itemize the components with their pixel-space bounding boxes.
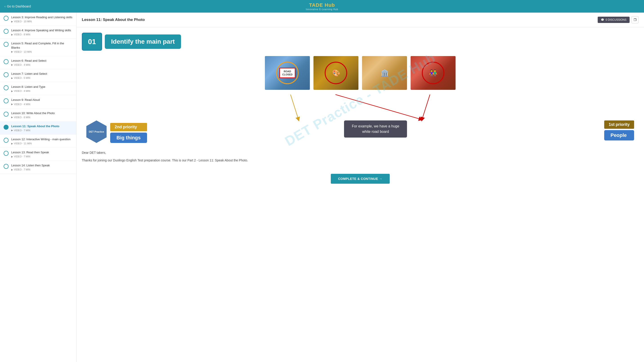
body-text-1: Dear DET takers, bbox=[82, 150, 638, 155]
complete-btn-row: COMPLETE & CONTINUE → bbox=[82, 169, 638, 188]
chevron-left-icon: ‹ bbox=[4, 5, 6, 8]
first-priority-label: 1st priority bbox=[604, 120, 634, 129]
app-header: ‹ Go to Dashboard TADE Hub Innovative E-… bbox=[0, 0, 644, 13]
category-big-things: Big things bbox=[110, 133, 147, 143]
person-craft-icon: 🎨 bbox=[332, 69, 340, 77]
sidebar-item-lesson-12[interactable]: Lesson 12: Interactive Writing - main qu… bbox=[0, 135, 76, 148]
sidebar-item-duration: VIDEO · 6 MIN bbox=[14, 116, 30, 119]
sidebar-item-lesson-6[interactable]: Lesson 6: Read and Select ▶ VIDEO · 4 MI… bbox=[0, 56, 76, 69]
content-header: Lesson 11: Speak About the Photo 💬 0 DIS… bbox=[76, 13, 644, 27]
sidebar-item-lesson-8[interactable]: Lesson 8: Listen and Type ▶ VIDEO · 4 MI… bbox=[0, 82, 76, 95]
header-actions: 💬 0 DISCUSSIONS ❐ bbox=[598, 16, 638, 24]
video-icon: ▶ bbox=[11, 77, 13, 79]
photo-3-container: 🏛️ bbox=[362, 56, 407, 90]
sidebar-item-duration: VIDEO · 4 MIN bbox=[14, 64, 30, 66]
photo-2-container: 🎨 bbox=[314, 56, 358, 90]
sidebar-item-duration: VIDEO · 4 MIN bbox=[14, 90, 30, 92]
sidebar-item-duration: VIDEO · 5 MIN bbox=[14, 77, 30, 79]
sidebar-circle bbox=[4, 16, 8, 21]
sidebar-item-title: Lesson 7: Listen and Select bbox=[11, 72, 73, 76]
sidebar-item-meta: ▶ VIDEO · 4 MIN bbox=[11, 90, 73, 92]
sidebar-item-lesson-11[interactable]: Lesson 11: Speak About the Photo ▶ VIDEO… bbox=[0, 122, 76, 135]
expand-button[interactable]: ❐ bbox=[632, 16, 638, 24]
sidebar-item-lesson-14[interactable]: Lesson 14: Listen then Speak ▶ VIDEO · 7… bbox=[0, 161, 76, 174]
content-area: Lesson 11: Speak About the Photo 💬 0 DIS… bbox=[76, 13, 644, 362]
sidebar-item-duration: VIDEO · 4 MIN bbox=[14, 103, 30, 106]
sidebar-circle bbox=[4, 112, 8, 117]
step-label: Identify the main part bbox=[105, 35, 181, 49]
sidebar-item-lesson-9[interactable]: Lesson 9: Read Aloud ▶ VIDEO · 4 MIN bbox=[0, 95, 76, 108]
video-icon: ▶ bbox=[11, 168, 13, 171]
sidebar-item-lesson-3[interactable]: Lesson 3: Improve Reading and Listening … bbox=[0, 13, 76, 26]
sidebar-item-meta: ▶ VIDEO · 13 MIN bbox=[11, 50, 73, 53]
sidebar-item-meta: ▶ VIDEO · 5 MIN bbox=[11, 77, 73, 79]
photo-4: 👫 bbox=[410, 56, 456, 90]
labels-row: DET Practice 2nd priority Big things For… bbox=[82, 120, 638, 143]
sidebar-item-duration: VIDEO · 10 MIN bbox=[14, 20, 32, 23]
sidebar-item-duration: VIDEO · 7 MIN bbox=[14, 168, 30, 171]
sidebar-item-duration: VIDEO · 8 MIN bbox=[14, 33, 30, 36]
sidebar-item-lesson-4[interactable]: Lesson 4: Improve Speaking and Writing s… bbox=[0, 26, 76, 39]
category-people: People bbox=[604, 130, 634, 140]
sidebar-item-lesson-10[interactable]: Lesson 10: Write About the Photo ▶ VIDEO… bbox=[0, 108, 76, 122]
sidebar-item-title: Lesson 14: Listen then Speak bbox=[11, 163, 73, 167]
video-icon: ▶ bbox=[11, 116, 13, 118]
sidebar-item-duration: VIDEO · 13 MIN bbox=[14, 50, 32, 53]
video-icon: ▶ bbox=[11, 20, 13, 23]
brand-name: TADE Hub bbox=[306, 2, 338, 8]
sidebar-item-title: Lesson 8: Listen and Type bbox=[11, 85, 73, 89]
back-label: Go to Dashboard bbox=[7, 5, 31, 8]
sidebar-circle bbox=[4, 42, 8, 47]
sidebar-item-title: Lesson 10: Write About the Photo bbox=[11, 111, 73, 115]
sidebar-circle bbox=[4, 164, 8, 169]
sidebar-circle bbox=[4, 59, 8, 64]
complete-continue-button[interactable]: COMPLETE & CONTINUE → bbox=[331, 174, 390, 184]
sidebar-item-title: Lesson 4: Improve Speaking and Writing s… bbox=[11, 28, 73, 32]
sidebar-item-meta: ▶ VIDEO · 4 MIN bbox=[11, 103, 73, 106]
brand-tagline: Innovative E-Learning Hub bbox=[306, 8, 338, 11]
brand-logo: TADE Hub Innovative E-Learning Hub bbox=[306, 2, 338, 11]
couple-icon: 👫 bbox=[429, 69, 437, 77]
photo-1: ROADCLOSED bbox=[265, 56, 310, 90]
second-priority-group: 2nd priority Big things bbox=[110, 123, 147, 143]
arrows-svg bbox=[82, 93, 638, 120]
video-icon: ▶ bbox=[11, 33, 13, 36]
chat-icon: 💬 bbox=[601, 18, 604, 21]
svg-line-0 bbox=[290, 95, 298, 119]
visual-area: DET Practice - TADE Hub ROADCLOSED 🎨 bbox=[82, 56, 638, 143]
video-icon: ▶ bbox=[11, 103, 13, 105]
discussions-button[interactable]: 💬 0 DISCUSSIONS bbox=[598, 17, 630, 23]
sidebar-item-meta: ▶ VIDEO · 8 MIN bbox=[11, 33, 73, 36]
sidebar-item-title: Lesson 5: Read and Complete, Fill in the… bbox=[11, 41, 73, 50]
back-button[interactable]: ‹ Go to Dashboard bbox=[4, 5, 31, 8]
sidebar-item-duration: VIDEO · 7 MIN bbox=[14, 155, 30, 158]
step-header: 01 Identify the main part bbox=[82, 33, 638, 51]
sidebar-item-meta: ▶ VIDEO · 11 MIN bbox=[11, 142, 73, 145]
sidebar-item-title: Lesson 9: Read Aloud bbox=[11, 98, 73, 102]
det-badge: DET Practice bbox=[86, 120, 106, 143]
video-icon: ▶ bbox=[11, 155, 13, 158]
body-text-2: Thanks for joining our Duolingo English … bbox=[82, 158, 638, 163]
sidebar-item-meta: ▶ VIDEO · 7 MIN bbox=[11, 129, 73, 132]
sidebar: Lesson 3: Improve Reading and Listening … bbox=[0, 13, 76, 362]
sidebar-item-duration: VIDEO · 11 MIN bbox=[14, 142, 32, 145]
sidebar-item-title: Lesson 6: Read and Select bbox=[11, 59, 73, 63]
sidebar-item-title: Lesson 12: Interactive Writing - main qu… bbox=[11, 137, 73, 141]
sidebar-circle bbox=[4, 29, 8, 34]
svg-line-2 bbox=[422, 95, 430, 119]
sidebar-item-meta: ▶ VIDEO · 7 MIN bbox=[11, 155, 73, 158]
video-icon: ▶ bbox=[11, 50, 13, 53]
sidebar-circle bbox=[4, 138, 8, 143]
step-number: 01 bbox=[82, 33, 102, 51]
sidebar-item-duration: VIDEO · 7 MIN bbox=[14, 129, 30, 132]
sidebar-item-lesson-5[interactable]: Lesson 5: Read and Complete, Fill in the… bbox=[0, 39, 76, 56]
photos-row: ROADCLOSED 🎨 🏛️ bbox=[82, 56, 638, 90]
video-icon: ▶ bbox=[11, 142, 13, 145]
photo-4-container: 👫 bbox=[410, 56, 456, 90]
sidebar-circle bbox=[4, 98, 8, 103]
sidebar-item-lesson-13[interactable]: Lesson 13: Read then Speak ▶ VIDEO · 7 M… bbox=[0, 148, 76, 161]
expand-icon: ❐ bbox=[634, 18, 636, 22]
sidebar-item-lesson-7[interactable]: Lesson 7: Listen and Select ▶ VIDEO · 5 … bbox=[0, 69, 76, 82]
video-icon: ▶ bbox=[11, 129, 13, 131]
example-box: For example, we have a huge white road b… bbox=[344, 120, 407, 137]
